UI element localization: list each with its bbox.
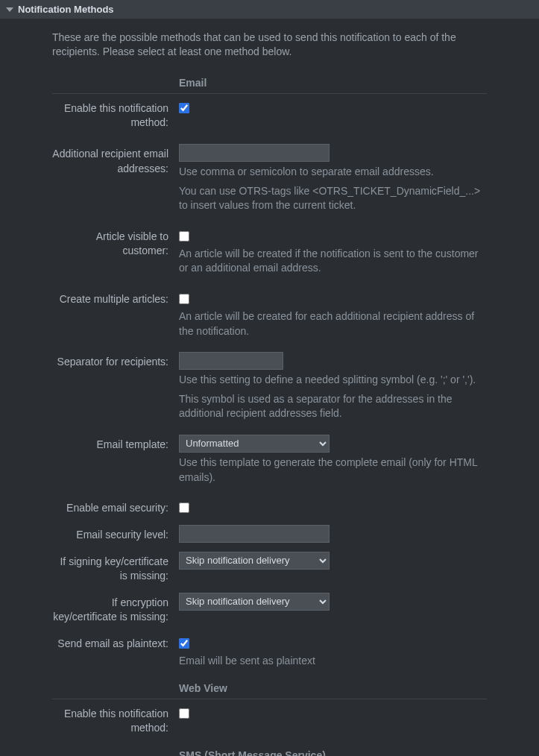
- security-level-input[interactable]: [179, 525, 330, 543]
- label-encryption-missing: If encryption key/certificate is missing…: [52, 593, 179, 625]
- panel-content: These are the possible methods that can …: [0, 19, 539, 756]
- label-enable-email: Enable this notification method:: [52, 98, 179, 130]
- help-plaintext: Email will be sent as plaintext: [179, 654, 487, 669]
- encryption-missing-select[interactable]: Skip notification delivery: [179, 593, 330, 611]
- article-visible-checkbox[interactable]: [179, 231, 189, 242]
- help-separator-1: Use this setting to define a needed spli…: [179, 373, 487, 388]
- help-additional-1: Use comma or semicolon to separate email…: [179, 165, 487, 180]
- label-enable-webview: Enable this notification method:: [52, 704, 179, 736]
- help-article-visible: An article will be created if the notifi…: [179, 247, 487, 276]
- help-separator-2: This symbol is used as a separator for t…: [179, 392, 487, 421]
- label-create-multiple: Create multiple articles:: [52, 289, 179, 307]
- label-signing-missing: If signing key/certificate is missing:: [52, 552, 179, 584]
- intro-text: These are the possible methods that can …: [52, 31, 487, 59]
- email-template-select[interactable]: Unformatted: [179, 435, 330, 453]
- chevron-down-icon: [6, 7, 13, 12]
- signing-missing-select[interactable]: Skip notification delivery: [179, 552, 330, 570]
- help-additional-2: You can use OTRS-tags like <OTRS_TICKET_…: [179, 184, 487, 213]
- separator-input[interactable]: [179, 352, 283, 370]
- label-article-visible: Article visible to customer:: [52, 227, 179, 259]
- additional-recipients-input[interactable]: [179, 144, 330, 162]
- enable-email-checkbox[interactable]: [179, 103, 189, 113]
- panel-title: Notification Methods: [18, 4, 114, 15]
- create-multiple-checkbox[interactable]: [179, 294, 189, 304]
- label-additional-recipients: Additional recipient email addresses:: [52, 144, 179, 176]
- label-email-template: Email template:: [52, 435, 179, 453]
- label-separator: Separator for recipients:: [52, 352, 179, 370]
- enable-webview-checkbox[interactable]: [179, 708, 189, 719]
- label-plaintext: Send email as plaintext:: [52, 634, 179, 652]
- label-security-level: Email security level:: [52, 525, 179, 543]
- label-enable-security: Enable email security:: [52, 498, 179, 516]
- section-heading-email: Email: [179, 72, 207, 93]
- help-create-multiple: An article will be created for each addi…: [179, 309, 487, 338]
- help-email-template: Use this template to generate the comple…: [179, 456, 487, 485]
- plaintext-checkbox[interactable]: [179, 638, 189, 649]
- section-heading-sms: SMS (Short Message Service): [179, 745, 326, 756]
- panel-header[interactable]: Notification Methods: [0, 0, 539, 19]
- enable-security-checkbox[interactable]: [179, 503, 189, 513]
- section-heading-webview: Web View: [179, 678, 227, 699]
